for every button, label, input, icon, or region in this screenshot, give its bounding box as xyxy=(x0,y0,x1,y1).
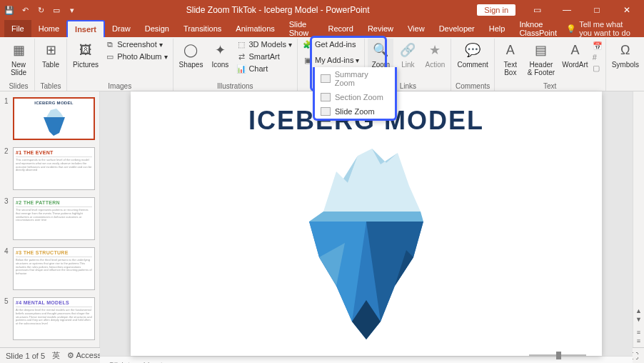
prev-slide-icon[interactable]: ≡ xyxy=(637,329,640,336)
slide-thumbnail-1[interactable]: ICEBERG MODEL xyxy=(13,97,95,140)
section-zoom-item[interactable]: Section Zoom xyxy=(315,90,395,104)
object-icon[interactable]: ▢ xyxy=(593,64,603,73)
redo-icon[interactable]: ↻ xyxy=(34,4,47,16)
tab-slideshow[interactable]: Slide Show xyxy=(282,20,321,37)
minimize-icon[interactable]: — xyxy=(553,0,581,20)
tab-record[interactable]: Record xyxy=(321,20,360,37)
svg-marker-5 xyxy=(309,212,423,222)
store-icon: 🧩 xyxy=(303,39,313,49)
omega-icon: Ω xyxy=(615,40,635,60)
tell-me-label: Tell me what you want to do xyxy=(579,20,635,37)
slide-thumbnail-5[interactable]: #4 MENTAL MODELS At the deepest level th… xyxy=(13,297,95,340)
quick-access-toolbar: 💾 ↶ ↻ ▭ ▾ xyxy=(3,4,79,16)
tab-file[interactable]: File xyxy=(4,20,31,37)
screenshot-button[interactable]: ⧉Screenshot ▾ xyxy=(103,39,169,50)
album-icon: ▭ xyxy=(105,51,115,61)
slide-canvas-area: ICEBERG MODEL xyxy=(100,91,633,347)
header-footer-icon: ▤ xyxy=(531,40,551,60)
photo-album-button[interactable]: ▭Photo Album ▾ xyxy=(103,51,169,62)
undo-icon[interactable]: ↶ xyxy=(19,4,31,16)
table-icon: ⊞ xyxy=(41,40,61,60)
slide-content: ICEBERG MODEL xyxy=(131,91,602,356)
svg-marker-0 xyxy=(46,109,64,117)
chart-icon: 📊 xyxy=(236,64,246,74)
scroll-down-icon[interactable]: ▼ xyxy=(635,316,642,323)
tab-design[interactable]: Design xyxy=(138,20,176,37)
iceberg-mini-icon xyxy=(16,106,91,136)
slide-zoom-icon xyxy=(321,107,331,116)
pictures-button[interactable]: 🖼 Pictures xyxy=(70,39,101,70)
tab-view[interactable]: View xyxy=(401,20,432,37)
tab-developer[interactable]: Developer xyxy=(432,20,482,37)
header-footer-button[interactable]: ▤Header & Footer xyxy=(525,39,558,78)
start-slideshow-icon[interactable]: ▭ xyxy=(50,4,63,16)
slide-zoom-item[interactable]: Slide Zoom xyxy=(315,104,395,119)
svg-marker-1 xyxy=(44,117,65,136)
section-zoom-icon xyxy=(321,93,331,101)
slide-number-icon[interactable]: # xyxy=(593,53,603,61)
tab-insert[interactable]: Insert xyxy=(66,20,105,37)
qat-dropdown-icon[interactable]: ▾ xyxy=(66,4,79,16)
group-symbols: ΩSymbols xyxy=(606,39,644,91)
ribbon-options-icon[interactable]: ▭ xyxy=(523,0,551,20)
table-button[interactable]: ⊞ Table xyxy=(38,39,64,70)
window-title: Slide Zoom TikTok - Iceberg Model - Powe… xyxy=(79,5,477,15)
tab-home[interactable]: Home xyxy=(31,20,66,37)
shapes-button[interactable]: ◯Shapes xyxy=(176,39,206,70)
tab-transitions[interactable]: Transitions xyxy=(176,20,228,37)
wordart-icon: A xyxy=(565,40,585,60)
smartart-icon: ⇄ xyxy=(236,51,246,61)
tab-draw[interactable]: Draw xyxy=(105,20,138,37)
date-time-icon[interactable]: 📅 xyxy=(593,41,603,51)
notes-pane[interactable]: Click to add notes xyxy=(100,356,633,363)
autosave-icon[interactable]: 💾 xyxy=(3,4,16,16)
zoom-slider[interactable] xyxy=(529,354,586,357)
textbox-button[interactable]: AText Box xyxy=(498,39,523,78)
tab-animations[interactable]: Animations xyxy=(228,20,281,37)
title-bar: 💾 ↶ ↻ ▭ ▾ Slide Zoom TikTok - Iceberg Mo… xyxy=(0,0,644,20)
new-slide-button[interactable]: ▦ New Slide xyxy=(6,39,31,78)
symbols-button[interactable]: ΩSymbols xyxy=(609,39,642,70)
icons-button[interactable]: ✦Icons xyxy=(207,39,233,70)
shapes-icon: ◯ xyxy=(181,40,201,60)
tab-help[interactable]: Help xyxy=(482,20,513,37)
vertical-scrollbar[interactable]: ▲ ▼ ≡ ≡ xyxy=(633,91,644,347)
action-button[interactable]: ★Action xyxy=(422,39,448,70)
chart-button[interactable]: 📊Chart xyxy=(234,63,294,74)
svg-marker-2 xyxy=(323,149,421,212)
next-slide-icon[interactable]: ≡ xyxy=(637,337,640,344)
action-icon: ★ xyxy=(425,40,445,60)
link-button[interactable]: 🔗Link xyxy=(395,39,421,70)
lightbulb-icon: 💡 xyxy=(566,24,576,34)
tell-me-search[interactable]: 💡 Tell me what you want to do xyxy=(566,20,644,37)
slide-counter: Slide 1 of 5 xyxy=(6,352,45,360)
cube-icon: ⬚ xyxy=(236,39,246,49)
summary-zoom-icon xyxy=(321,74,331,83)
new-slide-icon: ▦ xyxy=(9,40,29,60)
link-icon: 🔗 xyxy=(398,40,418,60)
summary-zoom-item[interactable]: Summary Zoom xyxy=(315,67,395,90)
my-addins-button[interactable]: ▣My Add-ins ▾ xyxy=(301,54,361,66)
ribbon-tabs: File Home Insert Draw Design Transitions… xyxy=(0,20,644,37)
slide-editor[interactable]: ICEBERG MODEL xyxy=(100,91,633,356)
close-icon[interactable]: ✕ xyxy=(613,0,641,20)
3d-models-button[interactable]: ⬚3D Models ▾ xyxy=(234,39,294,50)
group-comments: 💬Comment Comments xyxy=(451,39,494,91)
language-icon[interactable]: 英 xyxy=(52,350,60,361)
slide-thumbnails-panel: 1 ICEBERG MODEL 2 #1 THE EVENT This corr… xyxy=(0,91,100,347)
addin-icon: ▣ xyxy=(303,55,313,65)
comment-button[interactable]: 💬Comment xyxy=(454,39,490,70)
slide-thumbnail-3[interactable]: #2 THE PATTERN The second level represen… xyxy=(13,197,95,240)
scroll-up-icon[interactable]: ▲ xyxy=(635,307,642,314)
slide-thumbnail-4[interactable]: #3 THE STRUCTURE Below the patterns the … xyxy=(13,247,95,290)
slide-thumbnail-2[interactable]: #1 THE EVENT This corresponds to the sur… xyxy=(13,147,95,190)
maximize-icon[interactable]: □ xyxy=(583,0,611,20)
textbox-icon: A xyxy=(500,40,520,60)
group-text: AText Box ▤Header & Footer AWordArt 📅 # … xyxy=(495,39,606,91)
tab-classpoint[interactable]: Inknoe ClassPoint xyxy=(512,20,566,37)
sign-in-button[interactable]: Sign in xyxy=(477,4,515,16)
wordart-button[interactable]: AWordArt xyxy=(559,39,591,70)
smartart-button[interactable]: ⇄SmartArt xyxy=(234,51,294,62)
get-addins-button[interactable]: 🧩Get Add-ins xyxy=(301,39,361,50)
tab-review[interactable]: Review xyxy=(361,20,401,37)
